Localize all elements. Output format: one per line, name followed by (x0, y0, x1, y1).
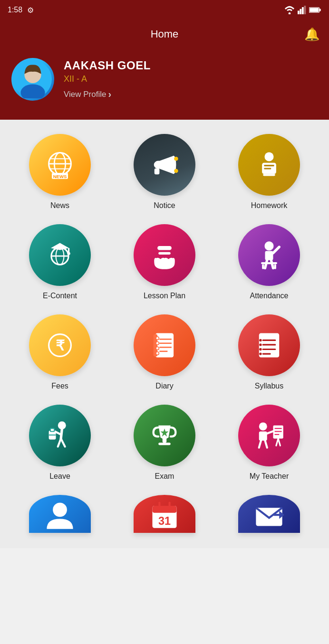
svg-rect-6 (319, 9, 321, 11)
svg-rect-26 (264, 165, 274, 166)
svg-rect-72 (50, 428, 55, 431)
menu-item-econtent[interactable]: E-Content (11, 224, 108, 300)
myteacher-icon (253, 419, 285, 452)
mail-icon-circle (238, 495, 300, 533)
lessonplan-icon-circle (134, 224, 195, 286)
svg-line-39 (273, 247, 280, 253)
svg-point-34 (67, 252, 70, 255)
exam-icon (148, 419, 181, 452)
svg-rect-36 (158, 252, 171, 255)
calendar-icon-circle: 31 (134, 495, 195, 533)
menu-item-leave[interactable]: Leave (11, 405, 108, 481)
svg-point-53 (156, 337, 159, 340)
svg-point-37 (264, 241, 273, 250)
syllabus-icon-circle (238, 314, 300, 376)
fees-icon-circle: ₹ (29, 314, 91, 376)
avatar (11, 58, 54, 101)
svg-point-22 (174, 157, 178, 161)
svg-line-80 (259, 441, 261, 448)
diary-label: Diary (155, 382, 173, 390)
homework-icon-circle (238, 134, 300, 196)
menu-item-homework[interactable]: Homework (221, 134, 318, 210)
bottom-row: 31 (0, 495, 329, 548)
econtent-icon (44, 239, 76, 271)
header-title: Home (151, 28, 179, 40)
syllabus-icon (253, 329, 285, 361)
svg-point-63 (259, 343, 261, 346)
notice-label: Notice (154, 201, 175, 210)
svg-rect-74 (163, 437, 167, 443)
lessonplan-label: Lesson Plan (144, 292, 185, 300)
svg-rect-2 (300, 9, 302, 14)
syllabus-label: Syllabus (255, 382, 283, 390)
svg-rect-75 (158, 443, 171, 445)
menu-item-mail[interactable] (221, 495, 318, 539)
svg-text:₹: ₹ (56, 338, 65, 353)
attendance-label: Attendance (250, 292, 289, 300)
status-left: 1:58 ⚙ (8, 6, 34, 15)
menu-item-exam[interactable]: Exam (116, 405, 213, 481)
svg-rect-90 (153, 506, 177, 513)
myteacher-label: My Teacher (250, 472, 289, 481)
view-profile-link[interactable]: View Profile › (64, 89, 151, 100)
bell-icon[interactable]: 🔔 (304, 27, 319, 42)
svg-rect-42 (261, 262, 277, 264)
svg-point-88 (53, 503, 67, 517)
svg-point-64 (259, 348, 261, 350)
signal-icon (298, 6, 306, 14)
news-label: News (50, 201, 69, 210)
svg-line-81 (265, 441, 267, 448)
status-bar: 1:58 ⚙ (0, 0, 329, 20)
menu-item-diary[interactable]: Diary (116, 314, 213, 390)
svg-point-62 (259, 339, 261, 341)
news-icon: NEWS (44, 149, 76, 181)
svg-rect-3 (302, 7, 304, 14)
svg-rect-43 (262, 264, 264, 269)
attendance-icon-circle (238, 224, 300, 286)
profile-icon (44, 499, 76, 531)
svg-rect-38 (265, 251, 273, 260)
news-icon-circle: NEWS (29, 134, 91, 196)
view-profile-label: View Profile (64, 90, 106, 99)
menu-item-fees[interactable]: ₹ Fees (11, 314, 108, 390)
myteacher-icon-circle (238, 405, 300, 466)
menu-item-syllabus[interactable]: Syllabus (221, 314, 318, 390)
homework-label: Homework (251, 201, 287, 210)
diary-icon (148, 329, 181, 361)
exam-icon-circle (134, 405, 195, 466)
svg-rect-1 (298, 11, 300, 15)
avatar-image (14, 60, 52, 98)
exam-label: Exam (155, 472, 174, 481)
attendance-icon (253, 239, 285, 271)
svg-rect-78 (259, 432, 267, 441)
menu-item-attendance[interactable]: Attendance (221, 224, 318, 300)
homework-icon (253, 149, 285, 181)
lessonplan-icon (148, 239, 181, 271)
settings-icon: ⚙ (27, 6, 34, 15)
svg-text:31: 31 (158, 515, 171, 527)
svg-rect-44 (274, 264, 276, 269)
profile-class: XII - A (64, 74, 151, 84)
svg-point-77 (259, 422, 267, 430)
svg-rect-28 (263, 174, 275, 176)
econtent-label: E-Content (43, 292, 77, 300)
econtent-icon-circle (29, 224, 91, 286)
view-profile-arrow: › (108, 89, 111, 100)
profile-info: AAKASH GOEL XII - A View Profile › (64, 59, 151, 100)
menu-item-calendar[interactable]: 31 (116, 495, 213, 539)
notice-icon-circle (134, 134, 195, 196)
profile-section: AAKASH GOEL XII - A View Profile › (0, 48, 329, 120)
profile-icon-circle (29, 495, 91, 533)
svg-point-24 (264, 152, 273, 161)
menu-item-notice[interactable]: Notice (116, 134, 213, 210)
menu-item-myteacher[interactable]: My Teacher (221, 405, 318, 481)
svg-point-55 (156, 347, 159, 350)
leave-icon-circle (29, 405, 91, 466)
svg-point-23 (174, 169, 178, 173)
menu-item-news[interactable]: NEWS News (11, 134, 108, 210)
svg-point-54 (156, 342, 159, 345)
battery-icon (309, 6, 321, 14)
svg-rect-27 (264, 168, 271, 169)
menu-item-lessonplan[interactable]: Lesson Plan (116, 224, 213, 300)
menu-item-profile[interactable] (11, 495, 108, 539)
